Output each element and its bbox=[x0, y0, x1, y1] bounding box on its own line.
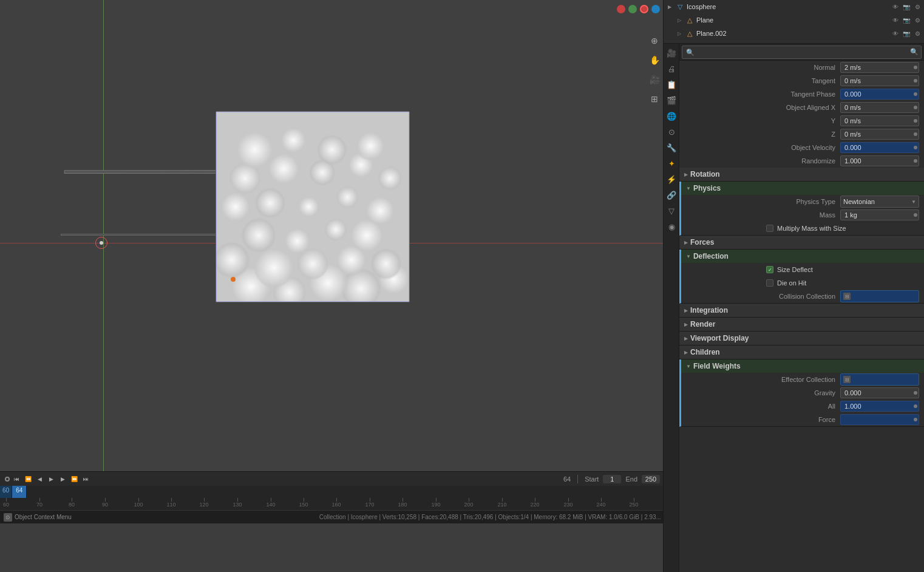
mass-label: Mass bbox=[691, 211, 840, 219]
forces-header[interactable]: ▶ Forces bbox=[679, 236, 924, 249]
mass-value[interactable]: 1 kg bbox=[840, 209, 919, 220]
force-dot[interactable] bbox=[914, 418, 917, 421]
object-aligned-z-row: Z 0 m/s bbox=[679, 128, 924, 141]
object-aligned-y-label: Y bbox=[689, 117, 840, 124]
prev-frame-button[interactable]: ◀ bbox=[35, 474, 44, 484]
ruler-mark-250: 250 bbox=[629, 502, 638, 508]
outliner-render-plane[interactable]: 📷 bbox=[902, 16, 911, 24]
object-aligned-z-value[interactable]: 0 m/s bbox=[840, 129, 919, 140]
gravity-value[interactable]: 0.000 bbox=[840, 387, 919, 398]
outliner-row-plane[interactable]: ▷ △ Plane 👁 📷 ⚙ bbox=[664, 13, 924, 27]
next-frame-button[interactable]: ▶ bbox=[58, 474, 67, 484]
rotation-header[interactable]: ▶ Rotation bbox=[679, 168, 924, 181]
effector-collection-value[interactable]: ⊟ bbox=[840, 373, 919, 386]
deflection-section: ▼ Deflection ✓ Size Deflect Die on Hit bbox=[679, 250, 924, 304]
force-value[interactable] bbox=[840, 414, 919, 425]
tl-divider bbox=[577, 475, 578, 483]
start-value[interactable]: 1 bbox=[603, 475, 621, 483]
frame-current-box: 64 bbox=[12, 486, 27, 498]
prop-icon-view-layer[interactable]: 📋 bbox=[664, 77, 679, 92]
prop-icon-physics[interactable]: ⚡ bbox=[664, 171, 679, 187]
prev-keyframe-button[interactable]: ⏪ bbox=[23, 474, 33, 484]
tangent-label: Tangent bbox=[689, 77, 840, 84]
gravity-dot[interactable] bbox=[914, 391, 917, 395]
object-aligned-y-value[interactable]: 0 m/s bbox=[840, 115, 919, 126]
rand-dot[interactable] bbox=[914, 159, 917, 163]
outliner-render-plane002[interactable]: 📷 bbox=[902, 29, 911, 38]
outliner-row-icosphere[interactable]: ▶ ▽ Icosphere 👁 📷 ⚙ bbox=[664, 0, 924, 13]
effector-icon: ⊟ bbox=[843, 376, 851, 383]
tangent-dot[interactable] bbox=[914, 79, 917, 83]
oay-dot[interactable] bbox=[914, 119, 917, 123]
multiply-mass-checkbox[interactable] bbox=[766, 225, 773, 232]
object-aligned-x-value[interactable]: 0 m/s bbox=[840, 102, 919, 113]
object-velocity-value[interactable]: 0.000 bbox=[840, 142, 919, 153]
viewport-display-arrow: ▶ bbox=[684, 336, 688, 341]
prop-icon-constraints[interactable]: 🔗 bbox=[664, 187, 679, 203]
physics-type-select[interactable]: Newtonian ▼ bbox=[840, 196, 919, 208]
tangent-value[interactable]: 0 m/s bbox=[840, 75, 919, 86]
next-keyframe-button[interactable]: ⏩ bbox=[69, 474, 79, 484]
tangent-phase-dot[interactable] bbox=[914, 92, 917, 96]
timeline-track[interactable]: 60 64 6070809010011012013014015016017018… bbox=[0, 486, 665, 510]
integration-title: Integration bbox=[690, 306, 728, 315]
collision-collection-value[interactable]: ⊟ bbox=[840, 290, 919, 302]
viewport[interactable]: ⊕ ✋ 🎥 ⊞ bbox=[0, 0, 665, 474]
normal-value[interactable]: 2 m/s bbox=[840, 62, 919, 73]
move-tool-icon[interactable]: ✋ bbox=[647, 53, 662, 67]
outliner-extra-plane002[interactable]: ⚙ bbox=[913, 29, 922, 38]
prop-icon-scene[interactable]: 🎬 bbox=[664, 92, 679, 108]
3d-cursor-dot bbox=[100, 241, 103, 245]
outliner-visibility-plane002[interactable]: 👁 bbox=[891, 29, 900, 38]
outliner-render-icosphere[interactable]: 📷 bbox=[902, 2, 911, 11]
field-weights-title: Field Weights bbox=[693, 362, 741, 370]
viewport-display-header[interactable]: ▶ Viewport Display bbox=[679, 332, 924, 345]
object-velocity-label: Object Velocity bbox=[689, 144, 840, 151]
all-dot[interactable] bbox=[914, 404, 917, 408]
jump-end-button[interactable]: ⏭ bbox=[81, 474, 90, 484]
integration-section: ▶ Integration bbox=[679, 304, 924, 318]
object-aligned-y-row: Y 0 m/s bbox=[679, 114, 924, 128]
physics-arrow: ▼ bbox=[686, 186, 691, 191]
outliner-extra-icosphere[interactable]: ⚙ bbox=[913, 2, 922, 11]
die-on-hit-checkbox[interactable] bbox=[766, 279, 773, 287]
oax-dot[interactable] bbox=[914, 106, 917, 109]
physics-header[interactable]: ▼ Physics bbox=[681, 182, 924, 195]
outliner-row-plane002[interactable]: ▷ △ Plane.002 👁 📷 ⚙ bbox=[664, 27, 924, 40]
jump-start-button[interactable]: ⏮ bbox=[12, 474, 21, 484]
mass-dot[interactable] bbox=[914, 213, 917, 217]
properties-search-input[interactable] bbox=[682, 46, 922, 59]
prop-icon-output[interactable]: 🖨 bbox=[664, 61, 679, 77]
prop-icon-object[interactable]: ⊙ bbox=[664, 124, 679, 140]
normal-dot[interactable] bbox=[914, 66, 917, 69]
oaz-dot[interactable] bbox=[914, 132, 917, 136]
children-header[interactable]: ▶ Children bbox=[679, 346, 924, 359]
prop-icon-particles[interactable]: ✦ bbox=[664, 155, 679, 171]
all-value[interactable]: 1.000 bbox=[840, 401, 919, 412]
prop-icon-modifier[interactable]: 🔧 bbox=[664, 140, 679, 155]
ov-dot[interactable] bbox=[914, 146, 917, 149]
integration-header[interactable]: ▶ Integration bbox=[679, 304, 924, 317]
camera-tool-icon[interactable]: 🎥 bbox=[647, 72, 662, 87]
all-label: All bbox=[691, 403, 840, 410]
ruler-mark-100: 100 bbox=[134, 502, 143, 508]
render-header[interactable]: ▶ Render bbox=[679, 318, 924, 331]
prop-icon-data[interactable]: ▽ bbox=[664, 203, 679, 219]
outliner-extra-plane[interactable]: ⚙ bbox=[913, 16, 922, 24]
size-deflect-checkbox[interactable]: ✓ bbox=[766, 266, 773, 273]
outliner-visibility-plane[interactable]: 👁 bbox=[891, 16, 900, 24]
deflection-header[interactable]: ▼ Deflection bbox=[681, 250, 924, 263]
prop-icon-render[interactable]: 🎥 bbox=[664, 45, 679, 61]
field-weights-header[interactable]: ▼ Field Weights bbox=[681, 359, 924, 373]
tangent-phase-value[interactable]: 0.000 bbox=[840, 89, 919, 100]
randomize-value[interactable]: 1.000 bbox=[840, 155, 919, 166]
cursor-tool-icon[interactable]: ⊕ bbox=[647, 33, 662, 48]
end-value[interactable]: 250 bbox=[642, 475, 660, 483]
prop-icon-world[interactable]: 🌐 bbox=[664, 108, 679, 124]
play-button[interactable]: ▶ bbox=[46, 474, 56, 484]
outliner-visibility-icosphere[interactable]: 👁 bbox=[891, 2, 900, 11]
ruler-mark-190: 190 bbox=[431, 502, 440, 508]
physics-section: ▼ Physics Physics Type Newtonian ▼ Mass … bbox=[679, 182, 924, 236]
prop-icon-material[interactable]: ◉ bbox=[664, 219, 679, 234]
grid-tool-icon[interactable]: ⊞ bbox=[647, 92, 662, 106]
